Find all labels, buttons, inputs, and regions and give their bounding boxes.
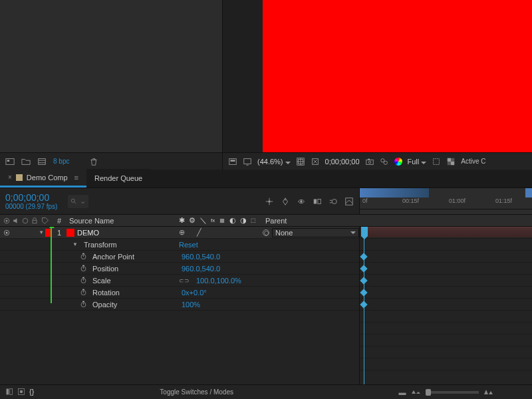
viewer-resolution-dropdown[interactable]: Full (408, 158, 427, 166)
trash-icon[interactable] (89, 157, 98, 166)
stopwatch-icon[interactable] (80, 289, 87, 296)
transform-property-row[interactable]: Opacity100% (0, 299, 359, 311)
new-comp-icon[interactable] (37, 157, 47, 166)
transform-group-row[interactable]: Transform Reset (0, 239, 359, 251)
layer-name[interactable]: DEMO (77, 229, 99, 237)
viewer-canvas[interactable] (223, 0, 532, 152)
search-icon (70, 198, 77, 205)
property-name: Anchor Point (92, 253, 134, 261)
property-value[interactable]: 960.0,540.0 (182, 253, 220, 261)
twirl-layer-icon[interactable] (39, 229, 44, 235)
stopwatch-icon[interactable] (80, 265, 87, 272)
project-bit-depth[interactable]: 8 bpc (53, 158, 69, 165)
switches-column-header: ✱⚙＼fx ◐◑⬚ (176, 215, 263, 226)
property-name: Position (92, 265, 118, 273)
comp-mini-flowchart-icon[interactable] (265, 197, 274, 206)
svg-rect-39 (220, 218, 224, 222)
svg-rect-16 (368, 158, 370, 160)
always-preview-icon[interactable] (228, 157, 237, 166)
eye-icon[interactable] (3, 229, 11, 237)
solo-column-icon[interactable] (21, 217, 29, 225)
close-tab-icon[interactable]: × (8, 174, 12, 181)
zoom-out-icon[interactable]: ▬ (399, 388, 406, 396)
ruler-tick: 00:15f (402, 198, 419, 204)
tab-demo-comp[interactable]: × Demo Comp ≡ (0, 169, 86, 188)
roi-icon[interactable] (432, 157, 441, 166)
stopwatch-icon[interactable] (80, 277, 87, 284)
pickwhip-icon[interactable] (263, 229, 269, 236)
property-value[interactable]: 100.0,100.0% (196, 277, 241, 285)
motion-blur-icon[interactable] (329, 197, 338, 206)
viewer-timecode[interactable]: 0;00;00;00 (325, 158, 360, 166)
svg-line-25 (74, 201, 76, 203)
safe-zones-icon[interactable] (296, 157, 305, 166)
timeline-ruler[interactable]: 0f 00:15f 01:00f 01:15f (360, 198, 532, 209)
project-bin-area[interactable] (0, 0, 222, 152)
hides-shy-icon[interactable] (297, 197, 306, 206)
stopwatch-icon[interactable] (80, 253, 87, 260)
tab-menu-icon[interactable]: ≡ (74, 174, 78, 182)
timeline-zoom-slider[interactable] (426, 391, 479, 394)
property-value[interactable]: 960.0,540.0 (182, 265, 220, 273)
transform-property-row[interactable]: Anchor Point960.0,540.0 (0, 251, 359, 263)
property-value[interactable]: 100% (182, 301, 200, 309)
frame-blend-icon[interactable] (313, 197, 322, 206)
svg-rect-44 (82, 253, 84, 254)
transform-property-row[interactable]: Rotation0x+0.0° (0, 287, 359, 299)
interpret-footage-icon[interactable] (5, 157, 15, 166)
stopwatch-icon[interactable] (80, 301, 87, 308)
source-name-column-header[interactable]: Source Name (66, 215, 176, 226)
layer-row[interactable]: 1 DEMO ⊕ ╱ None (0, 227, 359, 239)
parent-dropdown[interactable]: None (272, 228, 359, 237)
ruler-tick: 01:00f (449, 198, 466, 204)
zoom-in-mountain-icon (484, 390, 493, 394)
graph-editor-icon[interactable] (344, 197, 354, 206)
viewer-active-camera-dropdown[interactable]: Active C (461, 158, 485, 165)
label-column-icon[interactable] (41, 217, 49, 225)
timeline-track-area[interactable] (359, 227, 532, 384)
transform-reset-button[interactable]: Reset (179, 241, 198, 249)
project-panel: 8 bpc (0, 0, 223, 170)
playhead[interactable] (364, 227, 364, 384)
new-folder-icon[interactable] (21, 157, 31, 166)
transform-label: Transform (84, 241, 117, 249)
property-name: Rotation (92, 289, 120, 297)
ruler-tick: 01:15f (495, 198, 512, 204)
timeline-timecode[interactable]: 0;00;00;00 (5, 192, 57, 203)
toggle-in-out-pane-icon[interactable]: {} (29, 388, 34, 397)
svg-point-37 (23, 218, 28, 223)
layer-duration-bar[interactable] (364, 227, 532, 237)
draft-3d-icon[interactable] (281, 197, 290, 206)
svg-point-41 (6, 231, 8, 233)
toggle-switches-modes-button[interactable]: Toggle Switches / Modes (34, 388, 359, 396)
parent-value: None (275, 229, 293, 237)
svg-rect-53 (82, 289, 84, 290)
timeline-work-area[interactable]: 0f 00:15f 01:00f 01:15f (359, 188, 532, 214)
constrain-proportions-icon[interactable]: ⊂⊃ (179, 277, 190, 284)
twirl-transform-icon[interactable] (72, 241, 78, 247)
viewer-zoom-dropdown[interactable]: (44.6%) (257, 158, 291, 166)
show-snapshot-icon[interactable] (380, 157, 389, 166)
svg-rect-21 (451, 162, 454, 165)
hierarchy-indicator (51, 227, 52, 303)
transform-property-row[interactable]: Scale⊂⊃100.0,100.0% (0, 275, 359, 287)
index-column-header[interactable]: # (52, 215, 66, 226)
viewer-display-icon[interactable] (243, 157, 252, 166)
toggle-modes-pane-icon[interactable] (17, 388, 25, 397)
property-value[interactable]: 0x+0.0° (182, 289, 207, 297)
parent-column-header[interactable]: Parent (263, 215, 359, 226)
transparency-grid-icon[interactable] (446, 157, 456, 166)
transform-property-row[interactable]: Position960.0,540.0 (0, 263, 359, 275)
toggle-switches-pane-icon[interactable] (5, 388, 13, 397)
svg-point-24 (72, 199, 75, 202)
audio-column-icon[interactable] (12, 217, 20, 225)
timeline-search[interactable]: ⌄ (68, 195, 88, 208)
timeline-fps[interactable]: 00000 (29.97 fps) (5, 203, 57, 210)
snapshot-icon[interactable] (365, 157, 374, 166)
tab-render-queue[interactable]: Render Queue (86, 169, 150, 188)
mask-toggle-icon[interactable] (311, 157, 320, 166)
lock-column-icon[interactable] (31, 217, 39, 225)
visibility-column-icon[interactable] (3, 217, 11, 225)
zoom-out-mountain-icon (412, 390, 420, 394)
channel-icon[interactable] (394, 158, 402, 166)
